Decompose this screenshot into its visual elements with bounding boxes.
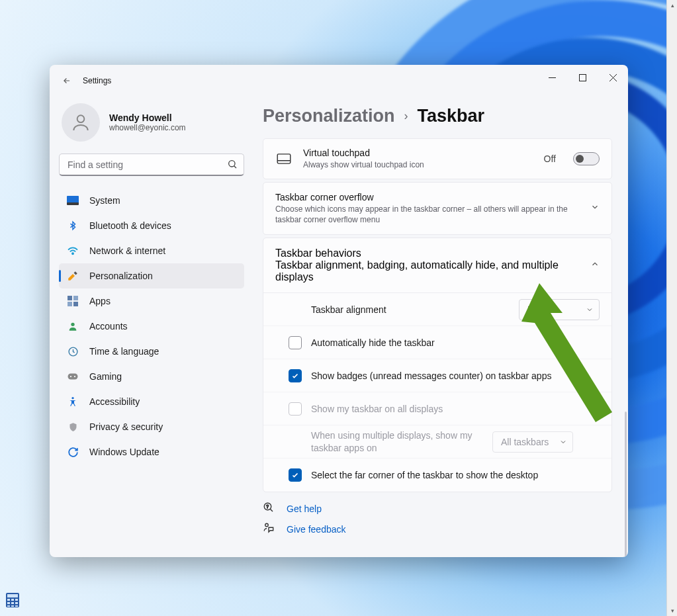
svg-rect-4: [67, 202, 79, 205]
apps-icon: [67, 295, 79, 307]
svg-rect-6: [68, 296, 72, 300]
multi-displays-select: All taskbars: [492, 431, 573, 453]
setting-subtitle: Choose which icons may appear in the tas…: [275, 204, 580, 225]
footer-links: ? Get help Give feedback: [263, 502, 612, 536]
svg-rect-7: [73, 296, 78, 300]
svg-point-1: [77, 115, 85, 122]
nav-list: System Bluetooth & devices Network & int…: [59, 185, 244, 464]
sidebar-item-privacy[interactable]: Privacy & security: [59, 414, 244, 439]
sidebar-item-network[interactable]: Network & internet: [59, 238, 244, 263]
behaviors-header[interactable]: Taskbar behaviors Taskbar alignment, bad…: [263, 238, 611, 292]
sidebar-item-personalization[interactable]: Personalization: [59, 263, 244, 288]
svg-rect-23: [7, 599, 10, 601]
svg-point-5: [72, 253, 73, 254]
avatar: [62, 103, 100, 142]
svg-rect-12: [68, 374, 78, 380]
main-content: Personalization › Taskbar Virtual touchp…: [253, 97, 628, 557]
settings-window: Settings Wendy Howell whowell@eyonic.com: [50, 65, 628, 557]
overflow-card[interactable]: Taskbar corner overflow Choose which ico…: [263, 182, 612, 235]
sidebar-item-label: Personalization: [89, 271, 153, 281]
setting-label: Taskbar alignment: [311, 304, 510, 315]
close-button[interactable]: [598, 65, 628, 90]
setting-label: Show badges (unread messages counter) on…: [311, 371, 600, 381]
setting-label: Select the far corner of the taskbar to …: [311, 470, 600, 480]
svg-rect-25: [15, 599, 18, 601]
setting-subtitle: Always show virtual touchpad icon: [303, 159, 533, 170]
svg-point-15: [71, 397, 73, 399]
far-corner-row[interactable]: Select the far corner of the taskbar to …: [263, 459, 611, 492]
svg-point-14: [74, 376, 75, 377]
give-feedback-link[interactable]: Give feedback: [287, 524, 346, 535]
sidebar-item-label: Accessibility: [89, 396, 140, 407]
gamepad-icon: [67, 371, 79, 382]
maximize-button[interactable]: [567, 65, 598, 90]
select-value: All taskbars: [501, 437, 549, 447]
auto-hide-row[interactable]: Automatically hide the taskbar: [263, 326, 611, 359]
chevron-down-icon: [559, 437, 567, 448]
accessibility-icon: [67, 396, 79, 408]
svg-point-2: [229, 161, 235, 167]
sidebar-item-label: Network & internet: [89, 245, 165, 256]
feedback-icon: [263, 522, 276, 536]
content-scrollbar[interactable]: [625, 412, 627, 557]
svg-rect-28: [15, 602, 18, 604]
minimize-button[interactable]: [537, 65, 567, 90]
badges-row[interactable]: Show badges (unread messages counter) on…: [263, 359, 611, 392]
svg-point-19: [265, 524, 269, 527]
chevron-down-icon: [586, 305, 594, 316]
page-vertical-scrollbar[interactable]: ▴ ▾: [666, 0, 677, 616]
alignment-select[interactable]: Left: [519, 299, 600, 320]
sidebar-item-gaming[interactable]: Gaming: [59, 364, 244, 389]
breadcrumb: Personalization › Taskbar: [263, 106, 612, 126]
breadcrumb-current: Taskbar: [418, 106, 485, 126]
behaviors-card: Taskbar behaviors Taskbar alignment, bad…: [263, 238, 612, 492]
setting-label: Show my taskbar on all displays: [311, 404, 600, 414]
help-icon: ?: [263, 502, 276, 515]
svg-text:?: ?: [266, 504, 269, 509]
sidebar-item-label: Apps: [89, 296, 111, 306]
svg-rect-27: [11, 602, 14, 604]
taskbar-calculator-icon[interactable]: [5, 592, 20, 608]
search-input[interactable]: [59, 154, 244, 176]
multi-displays-row: When using multiple displays, show my ta…: [263, 425, 611, 459]
far-corner-checkbox[interactable]: [289, 468, 302, 482]
virtual-touchpad-toggle[interactable]: [573, 152, 600, 165]
search-icon: [227, 159, 238, 172]
breadcrumb-parent[interactable]: Personalization: [263, 106, 395, 126]
sidebar-item-label: Windows Update: [89, 447, 159, 457]
sidebar-item-time-language[interactable]: Time & language: [59, 339, 244, 364]
scroll-up-icon[interactable]: ▴: [667, 0, 677, 11]
alignment-row: Taskbar alignment Left: [263, 293, 611, 326]
scroll-down-icon[interactable]: ▾: [667, 605, 677, 616]
update-icon: [67, 446, 79, 458]
monitor-icon: [67, 195, 79, 206]
svg-rect-30: [11, 605, 14, 607]
sidebar-item-windows-update[interactable]: Windows Update: [59, 439, 244, 464]
shield-icon: [67, 421, 79, 433]
badges-checkbox[interactable]: [289, 369, 302, 382]
sidebar-item-label: Time & language: [89, 346, 159, 357]
toggle-state-label: Off: [544, 154, 556, 164]
sidebar-item-system[interactable]: System: [59, 188, 244, 213]
svg-rect-31: [15, 605, 18, 607]
sidebar-item-accessibility[interactable]: Accessibility: [59, 389, 244, 414]
get-help-link[interactable]: Get help: [287, 504, 322, 514]
svg-rect-8: [68, 302, 72, 306]
svg-rect-22: [7, 594, 18, 597]
sidebar-item-bluetooth[interactable]: Bluetooth & devices: [59, 213, 244, 238]
sidebar-item-accounts[interactable]: Accounts: [59, 314, 244, 339]
back-button[interactable]: [56, 70, 77, 91]
svg-rect-0: [579, 74, 586, 81]
auto-hide-checkbox[interactable]: [289, 336, 302, 349]
sidebar-item-label: Privacy & security: [89, 421, 163, 432]
svg-rect-26: [7, 602, 10, 604]
chevron-down-icon: [590, 202, 600, 214]
all-displays-row: Show my taskbar on all displays: [263, 392, 611, 425]
touchpad-icon: [275, 154, 293, 164]
svg-rect-16: [277, 154, 291, 163]
desktop-background: ▴ ▾ Settings Wendy Howell: [0, 0, 677, 616]
all-displays-checkbox: [289, 402, 302, 416]
svg-rect-29: [7, 605, 10, 607]
user-profile[interactable]: Wendy Howell whowell@eyonic.com: [59, 97, 244, 154]
sidebar-item-apps[interactable]: Apps: [59, 288, 244, 314]
